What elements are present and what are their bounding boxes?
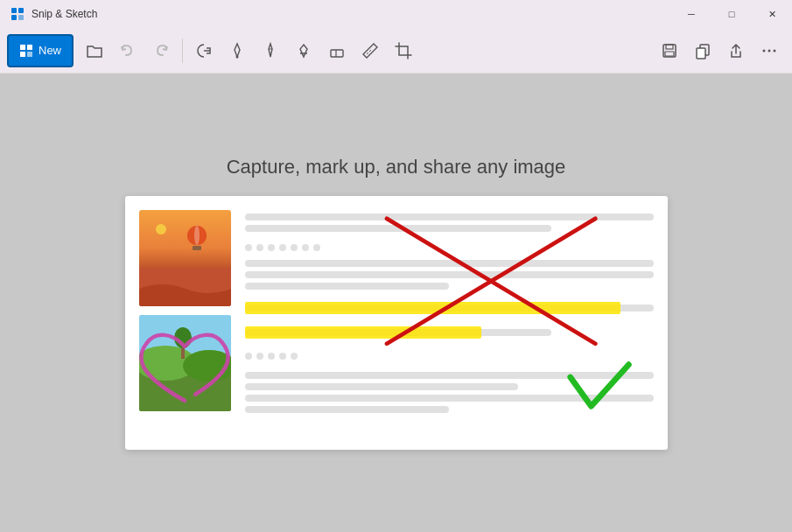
svg-rect-1 <box>18 8 24 13</box>
eraser-icon <box>327 41 347 60</box>
title-bar-controls: ─ □ ✕ <box>671 0 792 28</box>
hero-text: Capture, mark up, and share any image <box>227 156 566 178</box>
new-label: New <box>39 44 61 57</box>
undo-button[interactable] <box>112 35 144 66</box>
svg-rect-5 <box>27 45 32 50</box>
sun-icon <box>152 220 170 238</box>
card-images <box>139 210 231 436</box>
svg-point-24 <box>763 49 766 52</box>
highlighter-button[interactable] <box>288 35 319 66</box>
svg-point-33 <box>174 327 192 348</box>
crop-icon <box>394 41 413 60</box>
svg-rect-2 <box>11 15 17 20</box>
dot-12 <box>291 353 298 360</box>
dot-11 <box>279 353 286 360</box>
close-button[interactable]: ✕ <box>752 0 792 28</box>
svg-point-25 <box>768 49 771 52</box>
line-9 <box>245 406 450 413</box>
maximize-button[interactable]: □ <box>711 0 752 28</box>
dot-2 <box>256 244 263 251</box>
redo-button[interactable] <box>145 35 177 66</box>
app-title: Snip & Sketch <box>32 8 97 20</box>
title-bar-left: Snip & Sketch <box>11 7 97 21</box>
pencil-icon <box>261 41 280 60</box>
highlighter-icon <box>294 41 313 60</box>
share-button[interactable] <box>720 35 752 66</box>
open-button[interactable] <box>79 35 110 66</box>
ballpoint-pen-button[interactable] <box>221 35 253 66</box>
ruler-button[interactable] <box>354 35 386 66</box>
thumbnail-sunset <box>139 210 231 306</box>
app-icon <box>11 7 25 21</box>
dot-1 <box>245 244 252 251</box>
touch-icon <box>195 42 213 60</box>
svg-rect-23 <box>697 48 705 59</box>
dot-10 <box>268 353 275 360</box>
dot-3 <box>268 244 275 251</box>
line-6 <box>245 372 654 379</box>
bottom-lines <box>245 372 654 413</box>
svg-rect-4 <box>20 45 25 50</box>
dots-row-2 <box>245 353 654 360</box>
svg-marker-13 <box>300 45 307 57</box>
svg-point-10 <box>236 55 239 58</box>
save-icon <box>661 42 678 60</box>
crop-button[interactable] <box>388 35 419 66</box>
thumbnail-green <box>139 315 231 411</box>
svg-line-18 <box>369 50 371 52</box>
undo-icon <box>119 42 137 60</box>
copy-icon <box>694 42 711 60</box>
balloon-stripe <box>194 226 200 245</box>
eraser-button[interactable] <box>321 35 353 66</box>
dot-9 <box>256 353 263 360</box>
new-icon <box>19 44 33 58</box>
svg-rect-15 <box>331 50 343 57</box>
line-2 <box>245 225 551 232</box>
ruler-icon <box>361 41 380 60</box>
highlight-row-2 <box>245 325 654 340</box>
line-5 <box>245 283 450 290</box>
redo-icon <box>152 42 170 60</box>
green-landscape-svg <box>139 315 231 411</box>
svg-rect-7 <box>27 52 32 57</box>
line-1 <box>245 214 654 220</box>
highlight-bar-1 <box>245 302 621 314</box>
folder-icon <box>86 42 103 60</box>
new-button[interactable]: New <box>7 34 74 67</box>
svg-marker-11 <box>269 44 272 57</box>
pencil-button[interactable] <box>255 35 286 66</box>
more-icon <box>760 42 778 60</box>
dot-4 <box>279 244 286 251</box>
main-content: Capture, mark up, and share any image <box>0 74 792 532</box>
title-bar: Snip & Sketch ─ □ ✕ <box>0 0 792 28</box>
copy-button[interactable] <box>687 35 718 66</box>
line-7 <box>245 383 519 390</box>
more-options-button[interactable] <box>753 35 785 66</box>
pen-icon <box>228 41 247 60</box>
toolbar-sep-1 <box>182 38 183 63</box>
illustration-card <box>125 196 668 450</box>
svg-rect-3 <box>18 15 24 20</box>
balloon-body <box>187 226 207 245</box>
toolbar: New <box>0 28 792 74</box>
dot-6 <box>302 244 309 251</box>
svg-rect-6 <box>20 52 25 57</box>
header-lines <box>245 214 654 232</box>
svg-rect-0 <box>11 8 17 13</box>
dot-5 <box>291 244 298 251</box>
balloon-illustration <box>187 226 207 248</box>
svg-marker-9 <box>235 44 240 57</box>
svg-rect-21 <box>665 52 674 56</box>
ground-svg <box>139 267 231 306</box>
touch-writing-button[interactable] <box>188 35 220 66</box>
card-lines-content <box>245 210 654 436</box>
minimize-button[interactable]: ─ <box>671 0 711 28</box>
save-button[interactable] <box>654 35 685 66</box>
highlight-row-1 <box>245 300 654 316</box>
svg-point-26 <box>774 49 776 52</box>
line-8 <box>245 395 654 402</box>
dot-7 <box>313 244 320 251</box>
dots-row <box>245 244 654 251</box>
highlight-bar-2 <box>245 326 482 339</box>
balloon-basket <box>193 246 201 250</box>
